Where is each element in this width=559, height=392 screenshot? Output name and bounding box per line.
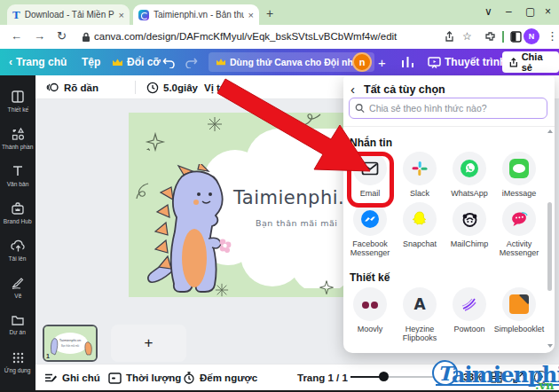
snapchat-icon bbox=[411, 210, 429, 228]
resize-button[interactable]: Đổi cỡ bbox=[112, 49, 161, 75]
countdown-label: Đếm ngược bbox=[200, 372, 257, 383]
position-label: Vị trí bbox=[204, 82, 227, 93]
insights-chart-icon[interactable] bbox=[401, 56, 414, 68]
share-search-input[interactable] bbox=[369, 103, 541, 114]
toolbar-divider bbox=[135, 81, 136, 94]
sidebar-label: Thiết kế bbox=[7, 106, 28, 113]
sidebar-item-brand-hub[interactable]: Brand Hub bbox=[0, 194, 35, 231]
browser-tab-canva[interactable]: Taimienphi.vn - Bản thuyết trình × bbox=[133, 4, 259, 25]
file-menu-button[interactable]: Tệp bbox=[82, 49, 100, 75]
window-minimize-button[interactable]: – bbox=[506, 5, 512, 18]
section-title-design: Thiết kế bbox=[350, 271, 390, 284]
countdown-button[interactable]: Đếm ngược bbox=[183, 365, 257, 391]
editor-sidebar: Thiết kế Thành phần Văn bản Brand Hub Tả… bbox=[0, 75, 35, 392]
activity-messenger-icon bbox=[509, 210, 529, 228]
sidebar-split-icon[interactable] bbox=[510, 31, 522, 43]
canva-teams-trial-button[interactable]: Dùng thử Canva cho Đội nhóm bbox=[209, 52, 374, 72]
undo-icon[interactable] bbox=[162, 56, 176, 68]
tab-search-chevron-icon[interactable]: ∨ bbox=[484, 5, 492, 18]
page-thumbnail[interactable]: Taimienphi.vn Bạn thân mãi mãi 1 bbox=[43, 325, 98, 362]
share-label: Chia sẻ bbox=[522, 51, 552, 73]
sidebar-label: Brand Hub bbox=[4, 218, 32, 224]
bookmark-star-icon[interactable]: ☆ bbox=[462, 30, 472, 43]
app-label: Snapchat bbox=[403, 239, 437, 248]
panel-scrollbar[interactable] bbox=[547, 129, 553, 348]
section-title-messaging: Nhắn tin bbox=[350, 137, 392, 149]
trial-label: Dùng thử Canva cho Đội nhóm bbox=[230, 57, 367, 67]
share-app-facebook-messenger[interactable]: Facebook Messenger bbox=[345, 202, 395, 258]
animate-label: Rõ dần bbox=[64, 82, 98, 93]
share-app-heyzine[interactable]: A Heyzine Flipbooks bbox=[395, 287, 445, 343]
heyzine-icon: A bbox=[413, 295, 425, 313]
app-label: Moovly bbox=[358, 325, 383, 333]
tab-close-icon[interactable]: × bbox=[248, 10, 254, 20]
tab-close-icon[interactable]: × bbox=[119, 10, 124, 20]
grid-view-icon[interactable] bbox=[491, 372, 502, 383]
share-app-powtoon[interactable]: Powtoon bbox=[445, 287, 494, 333]
duration-toggle-button[interactable]: Thời lượng bbox=[108, 365, 181, 391]
sidebar-item-elements[interactable]: Thành phần bbox=[0, 120, 35, 157]
add-member-button[interactable]: + bbox=[378, 49, 386, 75]
notes-button[interactable]: Ghi chú bbox=[44, 365, 100, 391]
share-app-snapchat[interactable]: Snapchat bbox=[395, 202, 445, 248]
share-search-box[interactable] bbox=[349, 98, 547, 119]
extension-icon[interactable] bbox=[484, 31, 496, 43]
share-page-icon[interactable] bbox=[444, 31, 455, 43]
notes-label: Ghi chú bbox=[62, 372, 100, 383]
user-avatar[interactable]: n bbox=[352, 52, 372, 72]
scrollbar-thumb[interactable] bbox=[547, 202, 552, 291]
messenger-icon bbox=[360, 209, 380, 229]
clock-icon bbox=[146, 82, 159, 94]
share-app-whatsapp[interactable]: WhatsApp bbox=[445, 152, 494, 198]
new-tab-button[interactable]: + bbox=[266, 6, 273, 20]
forward-icon[interactable]: → bbox=[34, 29, 45, 43]
sidebar-item-apps[interactable]: Ứng dụng bbox=[0, 343, 35, 380]
share-app-moovly[interactable]: Moovly bbox=[345, 287, 395, 333]
present-label: Thuyết trình bbox=[445, 56, 506, 68]
sidebar-item-draw[interactable]: Vẽ bbox=[0, 269, 35, 306]
scroll-up-icon[interactable] bbox=[547, 129, 553, 133]
design-icon bbox=[11, 90, 25, 104]
email-icon bbox=[361, 161, 379, 176]
share-app-mailchimp[interactable]: MailChimp bbox=[445, 202, 494, 248]
app-label: WhatsApp bbox=[451, 189, 488, 198]
sidebar-item-design[interactable]: Thiết kế bbox=[0, 82, 35, 120]
app-label: Facebook Messenger bbox=[345, 239, 395, 258]
add-page-button[interactable]: + bbox=[111, 325, 186, 362]
back-icon[interactable]: ← bbox=[11, 29, 22, 43]
present-button[interactable]: Thuyết trình bbox=[428, 49, 506, 75]
share-app-activity-messenger[interactable]: Activity Messenger bbox=[494, 202, 544, 258]
sidebar-label: Văn bản bbox=[7, 181, 29, 187]
sidebar-item-text[interactable]: Văn bản bbox=[0, 157, 35, 194]
panel-back-icon[interactable]: ‹ bbox=[350, 82, 355, 97]
browser-menu-icon[interactable]: ⋮ bbox=[547, 29, 558, 43]
duration-button[interactable]: 5.0giây bbox=[146, 75, 198, 99]
window-maximize-button[interactable]: ▢ bbox=[525, 5, 535, 18]
browser-profile-avatar[interactable]: N bbox=[524, 28, 539, 44]
help-icon[interactable]: ? bbox=[534, 371, 547, 384]
share-app-imessage[interactable]: iMessage bbox=[494, 152, 544, 198]
home-button[interactable]: ‹ Trang chủ bbox=[9, 49, 67, 75]
share-app-simplebooklet[interactable]: Simplebooklet bbox=[494, 287, 544, 333]
zoom-slider-thumb[interactable] bbox=[379, 372, 389, 381]
canva-toolbar: ‹ Trang chủ Tệp Đổi cỡ Dùng thử Canva ch… bbox=[0, 49, 559, 75]
reload-icon[interactable]: ↻ bbox=[57, 29, 67, 43]
duration-icon bbox=[108, 372, 122, 384]
share-app-slack[interactable]: Slack bbox=[395, 152, 445, 198]
fullscreen-icon[interactable] bbox=[513, 372, 524, 383]
position-button[interactable]: Vị trí bbox=[204, 75, 227, 99]
redo-icon[interactable] bbox=[185, 56, 198, 68]
window-close-button[interactable]: × bbox=[545, 5, 551, 18]
zoom-percentage[interactable]: 33% bbox=[463, 372, 483, 382]
app-label: Email bbox=[360, 189, 381, 198]
browser-tab-download[interactable]: T Download - Tải Miền Phí VN - F × bbox=[7, 4, 130, 25]
share-app-email[interactable]: Email bbox=[345, 152, 395, 198]
app-label: Activity Messenger bbox=[494, 239, 544, 258]
share-button[interactable]: Chia sẻ bbox=[502, 51, 559, 73]
sidebar-item-projects[interactable]: Dự án bbox=[0, 306, 35, 343]
animate-button[interactable]: Rõ dần bbox=[46, 75, 98, 99]
url-text[interactable]: canva.com/design/DAFmcKfMyul/vEqk_bskSVt… bbox=[94, 31, 397, 42]
app-label: Powtoon bbox=[453, 325, 484, 333]
scroll-down-icon[interactable] bbox=[547, 344, 553, 348]
sidebar-item-uploads[interactable]: Tải lên bbox=[0, 231, 35, 269]
